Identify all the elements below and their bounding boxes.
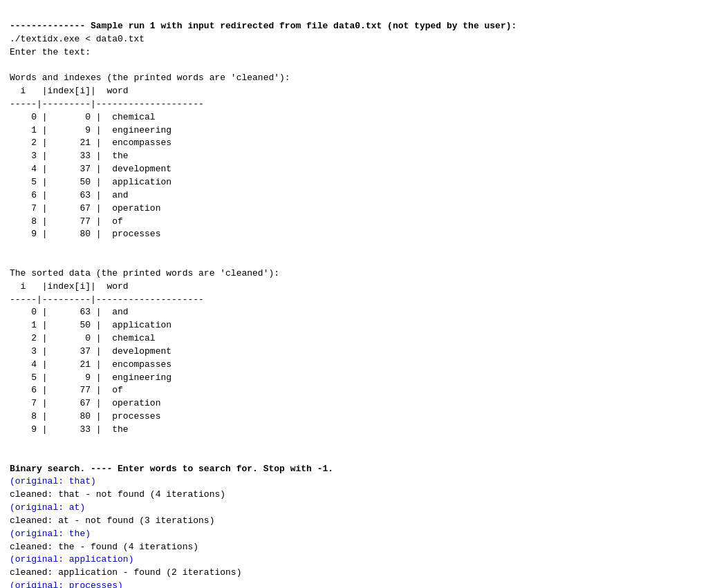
enter-text: Enter the text:	[10, 47, 91, 57]
table-row: 1 | 50 | application	[10, 320, 171, 330]
table2-divider: -----|---------|--------------------	[10, 294, 204, 305]
search-result-line: cleaned: at - not found (3 iterations)	[10, 515, 214, 526]
table-row: 7 | 67 | operation	[10, 203, 160, 214]
table-row: 9 | 33 | the	[10, 424, 129, 435]
search-result-line: (original: processes)	[10, 580, 123, 588]
search-result-line: (original: application)	[10, 554, 133, 565]
table-row: 4 | 37 | development	[10, 164, 171, 174]
table-row: 9 | 80 | processes	[10, 229, 160, 239]
table-row: 3 | 37 | development	[10, 346, 171, 357]
search-result-line: cleaned: that - not found (4 iterations)	[10, 489, 225, 500]
table1-rows: 0 | 0 | chemical 1 | 9 | engineering 2 |…	[10, 111, 698, 241]
header-line: -------------- Sample run 1 with input r…	[10, 21, 516, 31]
table1-header: i |index[i]| word	[10, 86, 129, 96]
blank1	[10, 59, 15, 70]
table-row: 8 | 80 | processes	[10, 411, 160, 421]
table-row: 5 | 50 | application	[10, 177, 171, 187]
table-row: 6 | 77 | of	[10, 385, 123, 395]
binary-search-header: Binary search. ---- Enter words to searc…	[10, 464, 333, 474]
table-row: 5 | 9 | engineering	[10, 372, 171, 383]
table-row: 2 | 21 | encompasses	[10, 137, 171, 148]
table-row: 8 | 77 | of	[10, 216, 123, 227]
table-row: 6 | 63 | and	[10, 190, 129, 200]
sorted-header: The sorted data (the printed words are '…	[10, 268, 279, 278]
table-row: 7 | 67 | operation	[10, 398, 160, 408]
section3: Binary search. ---- Enter words to searc…	[10, 437, 698, 476]
search-result-line: (original: that)	[10, 476, 96, 486]
table-row: 3 | 33 | the	[10, 151, 129, 161]
search-results: (original: that) cleaned: that - not fou…	[10, 475, 698, 588]
table-row: 4 | 21 | encompasses	[10, 359, 171, 370]
words-header: Words and indexes (the printed words are…	[10, 73, 290, 83]
search-result-line: (original: at)	[10, 502, 85, 513]
search-result-line: cleaned: the - found (4 iterations)	[10, 542, 198, 552]
command-line: ./textidx.exe < data0.txt	[10, 34, 145, 44]
blank3	[10, 451, 15, 461]
search-result-line: (original: the)	[10, 529, 91, 539]
terminal-output: -------------- Sample run 1 with input r…	[10, 7, 698, 111]
search-result-line: cleaned: application - found (2 iteratio…	[10, 567, 241, 578]
table-row: 0 | 63 | and	[10, 307, 129, 317]
table2-rows: 0 | 63 | and 1 | 50 | application 2 | 0 …	[10, 306, 698, 436]
table-row: 1 | 9 | engineering	[10, 125, 171, 135]
section2: The sorted data (the printed words are '…	[10, 241, 698, 306]
blank2	[10, 255, 15, 265]
table2-header: i |index[i]| word	[10, 281, 129, 292]
table1-divider: -----|---------|--------------------	[10, 99, 204, 109]
table-row: 2 | 0 | chemical	[10, 333, 156, 343]
table-row: 0 | 0 | chemical	[10, 112, 156, 122]
